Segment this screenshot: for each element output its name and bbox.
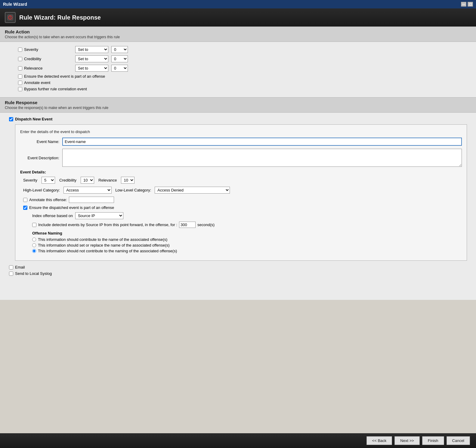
dispatch-intro: Enter the details of the event to dispat… xyxy=(20,129,462,134)
offense-naming-section: Offense Naming This information should c… xyxy=(32,231,462,253)
credibility-row: Credibility Set to Increase by Decrease … xyxy=(18,55,458,62)
radio-set-replace-label: This information should set or replace t… xyxy=(38,243,170,247)
index-offense-select[interactable]: Source IP Destination IP Username xyxy=(75,212,123,219)
ensure-offense-checkbox[interactable] xyxy=(18,74,22,79)
severity-checkbox[interactable] xyxy=(18,48,22,52)
ensure-offense-row: Ensure the detected event is part of an … xyxy=(18,74,458,79)
severity-row: Severity Set to Increase by Decrease by … xyxy=(18,46,458,53)
rule-response-section-header: Rule Response Choose the response(s) to … xyxy=(0,97,476,113)
send-syslog-checkbox[interactable] xyxy=(9,272,13,276)
index-offense-row: Index offense based on Source IP Destina… xyxy=(32,212,462,219)
event-desc-label: Event Description: xyxy=(20,156,59,160)
credibility-checkbox[interactable] xyxy=(18,57,22,61)
annotate-offense-label: Annotate this offense: xyxy=(29,198,67,202)
index-offense-label: Index offense based on xyxy=(32,213,73,218)
dispatch-checkbox-row: Dispatch New Event xyxy=(9,117,467,121)
radio-contribute-label: This information should contribute to th… xyxy=(38,237,167,242)
radio-not-contribute-label: This information should not contribute t… xyxy=(38,249,177,253)
event-name-row: Event Name: xyxy=(20,138,462,146)
include-events-label: Include detected events by Source IP fro… xyxy=(38,222,177,227)
window-title: Rule Wizard xyxy=(3,2,27,7)
finish-button[interactable]: Finish xyxy=(422,436,444,445)
include-seconds-input[interactable] xyxy=(179,222,196,228)
rule-response-title: Rule Response xyxy=(5,100,471,105)
bypass-rule-row: Bypass further rule correlation event xyxy=(18,87,458,91)
header-title: Rule Wizard: Rule Response xyxy=(19,14,101,21)
footer-bar: << Back Next >> Finish Cancel xyxy=(0,433,476,448)
relevance-row: Relevance Set to Increase by Decrease by… xyxy=(18,65,458,72)
radio-contribute[interactable] xyxy=(32,238,36,241)
severity-set-to-select[interactable]: Set to Increase by Decrease by xyxy=(75,46,108,53)
annotate-offense-checkbox[interactable] xyxy=(23,198,27,202)
email-label: Email xyxy=(15,265,25,269)
credibility-value-select[interactable]: 01234 5678910 xyxy=(111,55,128,62)
event-name-label: Event Name: xyxy=(20,139,59,144)
relevance-label: Relevance xyxy=(18,66,72,70)
ensure-dispatched-label: Ensure the dispatched event is part of a… xyxy=(29,205,114,210)
rule-action-body: Severity Set to Increase by Decrease by … xyxy=(0,42,476,97)
relevance-checkbox[interactable] xyxy=(18,66,22,70)
minimize-button[interactable]: — xyxy=(461,2,466,7)
event-credibility-label: Credibility xyxy=(59,178,76,182)
relevance-value-select[interactable]: 01234 5678910 xyxy=(111,65,128,72)
annotate-offense-input[interactable] xyxy=(69,197,114,203)
event-details-label: Event Details: xyxy=(20,170,462,174)
event-name-input[interactable] xyxy=(62,138,462,146)
event-details-selects-row: Severity 12345 678910 Credibility 12345 … xyxy=(23,177,462,184)
bypass-rule-checkbox[interactable] xyxy=(18,87,22,91)
title-bar: Rule Wizard — ☐ xyxy=(0,0,476,8)
severity-label: Severity xyxy=(18,47,72,52)
radio-set-replace[interactable] xyxy=(32,243,36,247)
main-content: Rule Action Choose the action(s) to take… xyxy=(0,26,476,300)
email-row: Email xyxy=(9,265,467,269)
rule-response-body: Dispatch New Event Enter the details of … xyxy=(0,113,476,282)
severity-value-select[interactable]: 01234 5678910 xyxy=(111,46,128,53)
ensure-dispatched-checkbox[interactable] xyxy=(23,206,27,210)
ensure-dispatched-row: Ensure the dispatched event is part of a… xyxy=(23,205,462,210)
annotate-offense-row: Annotate this offense: xyxy=(23,197,462,203)
include-unit-label: second(s) xyxy=(197,222,215,227)
radio-not-contribute[interactable] xyxy=(32,249,36,253)
rule-action-desc: Choose the action(s) to take when an eve… xyxy=(5,35,471,39)
include-events-row: Include detected events by Source IP fro… xyxy=(32,222,462,228)
low-level-cat-select[interactable]: Access Denied Access Permitted Authentic… xyxy=(155,187,230,194)
event-severity-select[interactable]: 12345 678910 xyxy=(42,177,55,184)
dispatch-new-event-checkbox[interactable] xyxy=(9,117,13,121)
svg-point-3 xyxy=(10,18,11,19)
cancel-button[interactable]: Cancel xyxy=(447,436,470,445)
rule-response-desc: Choose the response(s) to make when an e… xyxy=(5,106,471,110)
dispatch-panel: Enter the details of the event to dispat… xyxy=(15,124,467,261)
relevance-set-to-select[interactable]: Set to Increase by Decrease by xyxy=(75,65,108,72)
high-level-cat-select[interactable]: Access Authentication Audit Exploit Malw… xyxy=(63,187,112,194)
annotate-event-checkbox[interactable] xyxy=(18,81,22,85)
high-level-cat-label: High-Level Category: xyxy=(23,188,60,192)
credibility-set-to-select[interactable]: Set to Increase by Decrease by xyxy=(75,55,108,62)
annotate-event-row: Annotate event xyxy=(18,80,458,85)
rule-action-section-header: Rule Action Choose the action(s) to take… xyxy=(0,26,476,42)
credibility-label: Credibility xyxy=(18,57,72,61)
next-button[interactable]: Next >> xyxy=(394,436,420,445)
rule-action-title: Rule Action xyxy=(5,29,471,34)
email-checkbox[interactable] xyxy=(9,265,13,269)
back-button[interactable]: << Back xyxy=(366,436,392,445)
event-severity-label: Severity xyxy=(23,178,37,182)
header-bar: Rule Wizard: Rule Response xyxy=(0,8,476,26)
include-events-checkbox[interactable] xyxy=(32,223,36,227)
send-syslog-row: Send to Local Syslog xyxy=(9,271,467,276)
event-desc-row: Event Description: xyxy=(20,149,462,167)
title-bar-buttons: — ☐ xyxy=(461,2,473,7)
offense-naming-title: Offense Naming xyxy=(32,231,462,235)
low-level-cat-label: Low-Level Category: xyxy=(115,188,151,192)
dispatch-new-event-label: Dispatch New Event xyxy=(15,117,52,121)
send-syslog-label: Send to Local Syslog xyxy=(15,271,52,276)
event-relevance-select[interactable]: 12345 678910 xyxy=(121,177,134,184)
radio-set-replace-row: This information should set or replace t… xyxy=(32,243,462,247)
event-relevance-label: Relevance xyxy=(98,178,117,182)
event-desc-textarea[interactable] xyxy=(62,149,462,167)
maximize-button[interactable]: ☐ xyxy=(468,2,473,7)
radio-not-contribute-row: This information should not contribute t… xyxy=(32,249,462,253)
category-row: High-Level Category: Access Authenticati… xyxy=(23,187,462,194)
radio-contribute-row: This information should contribute to th… xyxy=(32,237,462,242)
header-icon xyxy=(5,12,16,23)
event-credibility-select[interactable]: 12345 678910 xyxy=(81,177,94,184)
